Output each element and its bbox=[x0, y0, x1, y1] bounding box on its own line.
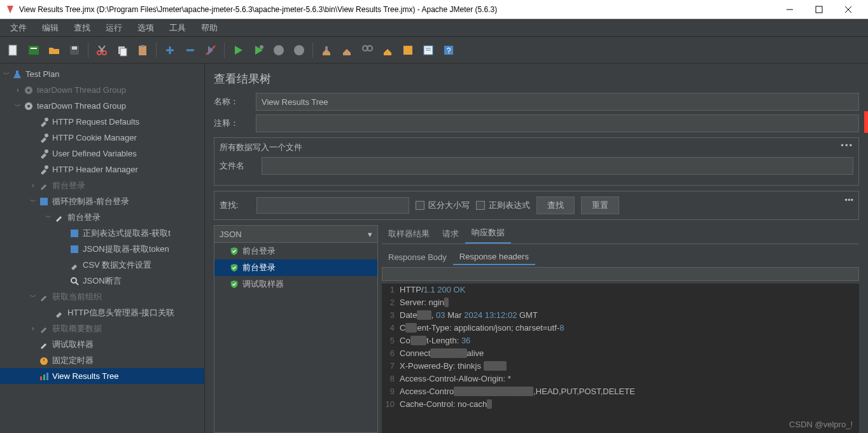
sample-row-selected[interactable]: 前台登录 bbox=[214, 259, 377, 276]
line-number: 1 bbox=[382, 285, 400, 298]
menu-help[interactable]: 帮助 bbox=[193, 20, 225, 36]
tree-item[interactable]: User Defined Variables bbox=[0, 146, 204, 162]
svg-rect-42 bbox=[71, 230, 78, 237]
response-search-input[interactable] bbox=[382, 267, 859, 281]
tree-item[interactable]: HTTP信息头管理器-接口关联 bbox=[0, 305, 204, 320]
svg-rect-5 bbox=[29, 46, 39, 55]
function-helper-icon[interactable] bbox=[398, 41, 417, 60]
search-input[interactable] bbox=[256, 197, 409, 214]
tree-item[interactable]: ﹀获取当前组织 bbox=[0, 289, 204, 305]
tree-item[interactable]: ›前台登录 bbox=[0, 177, 204, 193]
shutdown-icon[interactable] bbox=[290, 41, 309, 60]
tree-label: tearDown Thread Group bbox=[37, 101, 126, 111]
chevron-down-icon[interactable]: ﹀ bbox=[13, 102, 23, 111]
start-no-pause-icon[interactable] bbox=[249, 41, 268, 60]
templates-icon[interactable] bbox=[24, 41, 43, 60]
tree-item[interactable]: ﹀前台登录 bbox=[0, 209, 204, 225]
svg-point-44 bbox=[71, 278, 76, 283]
menu-search[interactable]: 查找 bbox=[66, 20, 98, 36]
tree-label: 固定定时器 bbox=[52, 355, 94, 366]
menubar: 文件 编辑 查找 运行 选项 工具 帮助 bbox=[0, 19, 868, 37]
sample-row[interactable]: 前台登录 bbox=[214, 243, 377, 259]
tree-item[interactable]: ﹀循环控制器-前台登录 bbox=[0, 193, 204, 209]
tree-item[interactable]: 固定定时器 bbox=[0, 352, 204, 368]
comment-input[interactable] bbox=[256, 114, 859, 132]
menu-run[interactable]: 运行 bbox=[98, 20, 130, 36]
test-plan-tree[interactable]: ﹀ Test Plan › tearDown Thread Group ﹀ te… bbox=[0, 64, 205, 433]
reset-button[interactable]: 重置 bbox=[581, 196, 619, 214]
collapse-icon[interactable] bbox=[181, 41, 200, 60]
case-checkbox[interactable]: 区分大小写 bbox=[416, 200, 470, 211]
tab-response-data[interactable]: 响应数据 bbox=[465, 225, 511, 244]
start-icon[interactable] bbox=[228, 41, 248, 60]
stop-icon[interactable] bbox=[269, 41, 288, 60]
separator bbox=[156, 43, 157, 58]
subtab-response-headers[interactable]: Response headers bbox=[453, 249, 535, 265]
code-line: 10Cache-Control: no-cache bbox=[382, 399, 859, 412]
tree-label: User Defined Variables bbox=[52, 149, 137, 158]
tree-item[interactable]: › tearDown Thread Group bbox=[0, 82, 204, 98]
sample-row[interactable]: 调试取样器 bbox=[214, 276, 377, 292]
tree-item[interactable]: HTTP Cookie Manager bbox=[0, 130, 204, 146]
chevron-right-icon[interactable]: › bbox=[28, 325, 38, 332]
maximize-button[interactable] bbox=[804, 0, 834, 19]
tree-item[interactable]: CSV 数据文件设置 bbox=[0, 257, 204, 273]
menu-file[interactable]: 文件 bbox=[3, 20, 34, 36]
regex-checkbox[interactable]: 正则表达式 bbox=[476, 200, 530, 211]
clear-all-icon[interactable] bbox=[337, 41, 356, 60]
tree-label: tearDown Thread Group bbox=[37, 85, 126, 95]
more-icon[interactable]: ••• bbox=[841, 141, 853, 150]
titlebar: View Results Tree.jmx (D:\Program Files\… bbox=[0, 0, 868, 19]
tree-item[interactable]: JSON断言 bbox=[0, 273, 204, 289]
name-input[interactable] bbox=[256, 93, 859, 111]
search-icon[interactable] bbox=[358, 41, 377, 60]
chevron-down-icon[interactable]: ﹀ bbox=[28, 197, 38, 206]
toggle-icon[interactable] bbox=[201, 41, 220, 60]
tree-item[interactable]: HTTP Request Defaults bbox=[0, 114, 204, 130]
menu-options[interactable]: 选项 bbox=[130, 20, 162, 36]
help-icon[interactable]: ? bbox=[439, 41, 458, 60]
clear-icon[interactable] bbox=[317, 41, 336, 60]
tree-item[interactable]: ›获取概要数据 bbox=[0, 320, 204, 336]
paste-icon[interactable] bbox=[133, 41, 152, 60]
name-label: 名称： bbox=[214, 96, 249, 107]
tree-item[interactable]: 调试取样器 bbox=[0, 336, 204, 352]
renderer-combo[interactable]: JSON ▾ bbox=[214, 225, 378, 243]
menu-tools[interactable]: 工具 bbox=[162, 20, 193, 36]
open-icon[interactable] bbox=[45, 41, 64, 60]
tree-item[interactable]: 正则表达式提取器-获取t bbox=[0, 225, 204, 241]
code-line: 7X-Powered-By: thinkjs 3.2.13 bbox=[382, 361, 859, 374]
filename-input[interactable] bbox=[262, 157, 853, 175]
code-line: 4Content-Type: application/json; charset… bbox=[382, 323, 859, 336]
tree-item[interactable]: JSON提取器-获取token bbox=[0, 241, 204, 257]
svg-rect-27 bbox=[403, 46, 412, 55]
tree-item-selected[interactable]: View Results Tree bbox=[0, 368, 204, 384]
sample-tree[interactable]: 前台登录 前台登录 调试取样器 bbox=[214, 243, 378, 433]
tree-root[interactable]: ﹀ Test Plan bbox=[0, 66, 204, 82]
tree-label: HTTP Cookie Manager bbox=[52, 133, 137, 142]
tree-item[interactable]: ﹀ tearDown Thread Group bbox=[0, 98, 204, 114]
chevron-down-icon[interactable]: ﹀ bbox=[43, 213, 53, 222]
chevron-down-icon[interactable]: ﹀ bbox=[28, 292, 38, 301]
tab-sampler-result[interactable]: 取样器结果 bbox=[382, 225, 436, 244]
save-icon[interactable] bbox=[65, 41, 84, 60]
menu-edit[interactable]: 编辑 bbox=[34, 20, 66, 36]
reset-search-icon[interactable] bbox=[378, 41, 397, 60]
templates2-icon[interactable] bbox=[419, 41, 438, 60]
search-button[interactable]: 查找 bbox=[536, 196, 575, 214]
subtab-response-body[interactable]: Response Body bbox=[382, 250, 453, 265]
chevron-right-icon[interactable]: › bbox=[28, 182, 38, 189]
more-icon[interactable]: ••• bbox=[844, 195, 853, 205]
chevron-right-icon[interactable]: › bbox=[13, 86, 23, 93]
code-line: 2Server: nginx bbox=[382, 298, 859, 310]
tab-request[interactable]: 请求 bbox=[436, 225, 465, 244]
tree-item[interactable]: HTTP Header Manager bbox=[0, 162, 204, 177]
minimize-button[interactable] bbox=[775, 0, 804, 19]
cut-icon[interactable] bbox=[92, 41, 111, 60]
new-icon[interactable] bbox=[4, 41, 23, 60]
response-headers-code[interactable]: 1HTTP/1.1 200 OK2Server: nginx3Date: Fri… bbox=[382, 284, 859, 433]
chevron-down-icon[interactable]: ﹀ bbox=[1, 70, 11, 79]
copy-icon[interactable] bbox=[113, 41, 132, 60]
close-button[interactable] bbox=[834, 0, 863, 19]
expand-icon[interactable] bbox=[160, 41, 179, 60]
